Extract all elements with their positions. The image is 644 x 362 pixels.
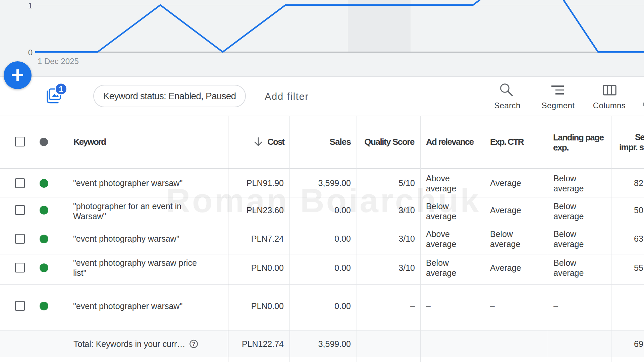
svg-text:?: ? xyxy=(192,341,196,347)
svg-text:1: 1 xyxy=(59,85,63,94)
